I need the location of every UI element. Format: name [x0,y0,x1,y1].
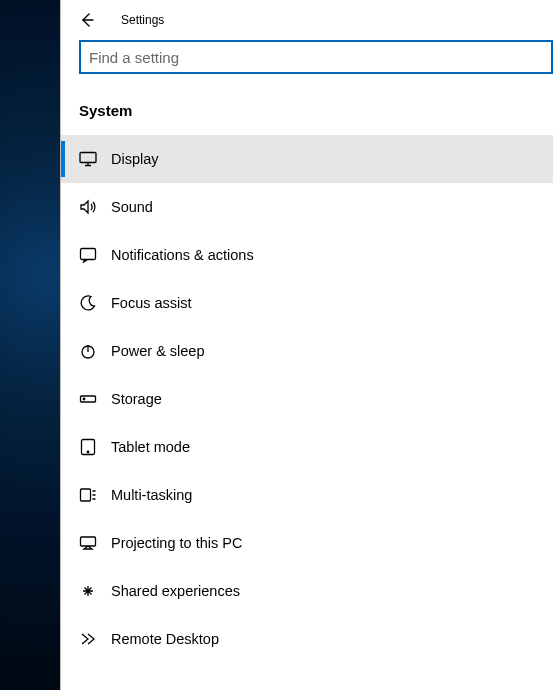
sound-icon [79,198,97,216]
tablet-icon [79,438,97,456]
nav-label: Display [111,151,159,167]
nav-label: Power & sleep [111,343,205,359]
svg-rect-0 [80,153,96,163]
moon-icon [79,294,97,312]
svg-point-6 [87,451,89,453]
nav-label: Tablet mode [111,439,190,455]
header-title: Settings [121,13,164,27]
nav-label: Sound [111,199,153,215]
search-input[interactable] [79,40,553,74]
nav-list: Display Sound Notifications & actions Fo… [61,135,553,663]
nav-item-shared-experiences[interactable]: Shared experiences [61,567,553,615]
storage-icon [79,390,97,408]
nav-item-display[interactable]: Display [61,135,553,183]
search-wrap [61,40,553,74]
back-arrow-icon [79,12,95,28]
notifications-icon [79,246,97,264]
power-icon [79,342,97,360]
shared-icon [79,582,97,600]
settings-pane: Settings System Display Sound Notificati… [60,0,553,690]
svg-point-4 [83,398,85,400]
nav-item-storage[interactable]: Storage [61,375,553,423]
nav-item-remote-desktop[interactable]: Remote Desktop [61,615,553,663]
svg-rect-7 [81,489,91,501]
nav-item-power-sleep[interactable]: Power & sleep [61,327,553,375]
nav-label: Projecting to this PC [111,535,242,551]
nav-item-sound[interactable]: Sound [61,183,553,231]
nav-item-tablet-mode[interactable]: Tablet mode [61,423,553,471]
remote-icon [79,630,97,648]
header: Settings [61,0,553,40]
desktop-background [0,0,60,690]
nav-label: Multi-tasking [111,487,192,503]
back-button[interactable] [73,6,101,34]
svg-rect-8 [81,537,96,546]
nav-item-focus-assist[interactable]: Focus assist [61,279,553,327]
nav-label: Remote Desktop [111,631,219,647]
nav-label: Storage [111,391,162,407]
nav-label: Shared experiences [111,583,240,599]
multitask-icon [79,486,97,504]
project-icon [79,534,97,552]
nav-label: Focus assist [111,295,192,311]
nav-item-notifications[interactable]: Notifications & actions [61,231,553,279]
nav-item-multitasking[interactable]: Multi-tasking [61,471,553,519]
nav-label: Notifications & actions [111,247,254,263]
svg-rect-1 [81,249,96,260]
nav-item-projecting[interactable]: Projecting to this PC [61,519,553,567]
section-title: System [61,74,553,135]
monitor-icon [79,150,97,168]
